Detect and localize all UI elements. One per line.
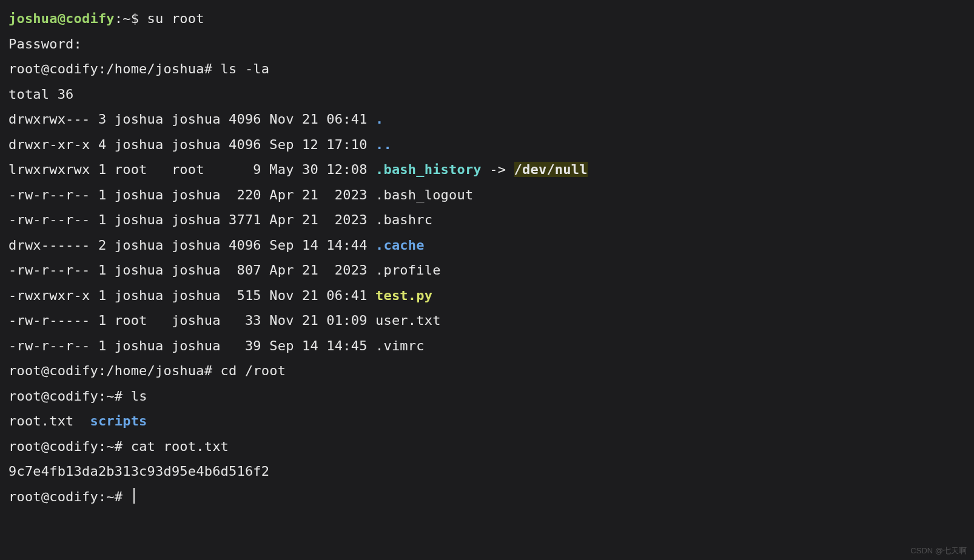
terminal-segment: Password: [8, 36, 82, 52]
terminal-segment: joshua@codify [8, 11, 115, 26]
terminal-segment: .cache [375, 238, 425, 253]
terminal-segment: -rw-r--r-- 1 joshua joshua 3771 Apr 21 2… [8, 212, 432, 227]
terminal-line: 9c7e4fb13da2b313c93d95e4b6d516f2 [8, 464, 269, 479]
terminal-segment: root@codify:~# [8, 388, 131, 404]
terminal-segment: .bash_history [375, 162, 482, 177]
terminal-segment: -> [482, 162, 514, 177]
terminal-line: total 36 [8, 87, 74, 102]
terminal-segment: :~$ su root [115, 11, 204, 26]
terminal-line: -rw-r----- 1 root joshua 33 Nov 21 01:09… [8, 313, 441, 328]
terminal-line: root@codify:/home/joshua# ls -la [8, 61, 269, 76]
terminal-line: drwxr-xr-x 4 joshua joshua 4096 Sep 12 1… [8, 137, 392, 152]
terminal-line: -rw-r--r-- 1 joshua joshua 807 Apr 21 20… [8, 262, 441, 278]
terminal-line: Password: [8, 36, 82, 52]
terminal-segment: test.py [375, 288, 432, 303]
terminal-segment: ls -la [221, 61, 270, 76]
terminal-segment: lrwxrwxrwx 1 root root 9 May 30 12:08 [8, 162, 375, 177]
terminal-segment: root@codify:/home/joshua# [8, 363, 221, 378]
terminal-line: root@codify:~# [8, 489, 135, 504]
terminal-output[interactable]: joshua@codify:~$ su root Password: root@… [0, 0, 974, 515]
terminal-segment: .. [375, 137, 392, 152]
terminal-line: root@codify:~# cat root.txt [8, 439, 229, 454]
terminal-segment: drwxr-xr-x 4 joshua joshua 4096 Sep 12 1… [8, 137, 375, 152]
cursor [133, 488, 135, 504]
terminal-segment: root.txt [8, 413, 90, 428]
terminal-segment: 9c7e4fb13da2b313c93d95e4b6d516f2 [8, 464, 269, 479]
terminal-segment: ls [131, 388, 147, 404]
terminal-line: root.txt scripts [8, 413, 147, 428]
terminal-line: root@codify:~# ls [8, 388, 147, 404]
terminal-segment: cat root.txt [131, 439, 229, 454]
terminal-line: -rwxrwxr-x 1 joshua joshua 515 Nov 21 06… [8, 288, 432, 303]
terminal-line: -rw-r--r-- 1 joshua joshua 39 Sep 14 14:… [8, 338, 425, 353]
terminal-segment: drwxrwx--- 3 joshua joshua 4096 Nov 21 0… [8, 112, 375, 127]
terminal-segment: root@codify:~# [8, 439, 131, 454]
terminal-segment: -rw-r--r-- 1 joshua joshua 807 Apr 21 20… [8, 262, 441, 278]
terminal-segment: -rw-r----- 1 root joshua 33 Nov 21 01:09… [8, 313, 441, 328]
terminal-line: root@codify:/home/joshua# cd /root [8, 363, 286, 378]
terminal-segment: cd /root [221, 363, 286, 378]
terminal-segment: total 36 [8, 87, 74, 102]
terminal-segment: root@codify:~# [8, 489, 131, 504]
terminal-line: -rw-r--r-- 1 joshua joshua 3771 Apr 21 2… [8, 212, 432, 227]
terminal-line: lrwxrwxrwx 1 root root 9 May 30 12:08 .b… [8, 162, 588, 177]
terminal-segment: -rw-r--r-- 1 joshua joshua 39 Sep 14 14:… [8, 338, 425, 353]
terminal-line: drwxrwx--- 3 joshua joshua 4096 Nov 21 0… [8, 112, 383, 127]
terminal-line: joshua@codify:~$ su root [8, 11, 204, 26]
terminal-segment: drwx------ 2 joshua joshua 4096 Sep 14 1… [8, 238, 375, 253]
watermark: CSDN @七天啊 [910, 545, 967, 556]
terminal-segment: -rw-r--r-- 1 joshua joshua 220 Apr 21 20… [8, 187, 473, 202]
terminal-line: -rw-r--r-- 1 joshua joshua 220 Apr 21 20… [8, 187, 473, 202]
terminal-segment: . [375, 112, 383, 127]
terminal-segment: /dev/null [514, 162, 588, 177]
terminal-segment: scripts [90, 413, 147, 428]
terminal-segment: -rwxrwxr-x 1 joshua joshua 515 Nov 21 06… [8, 288, 375, 303]
terminal-line: drwx------ 2 joshua joshua 4096 Sep 14 1… [8, 238, 425, 253]
terminal-segment: root@codify:/home/joshua# [8, 61, 221, 76]
